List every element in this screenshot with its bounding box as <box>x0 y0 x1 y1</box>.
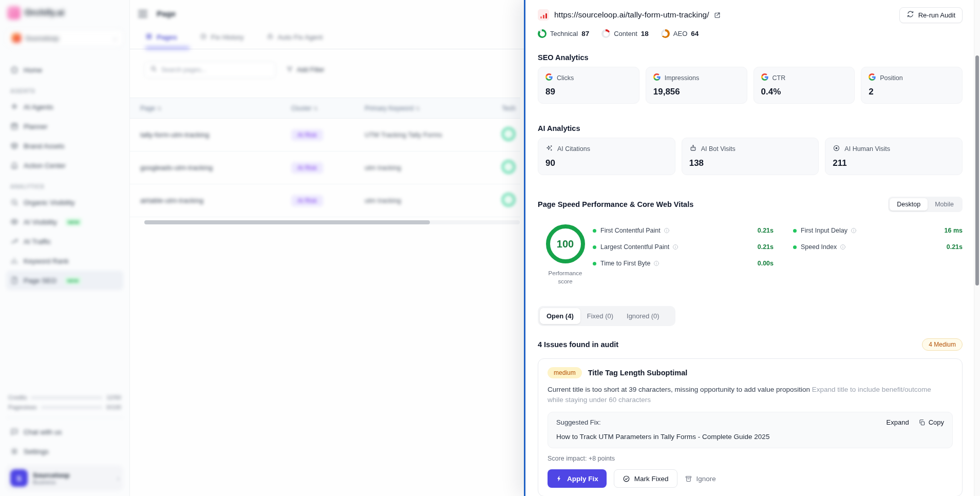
sidebar-item-page-seo[interactable]: Page SEO NEW <box>6 271 123 290</box>
ai-bot-visits-card: AI Bot Visits 138 <box>682 138 819 175</box>
site-favicon <box>538 9 549 21</box>
aeo-ring-icon <box>661 29 670 38</box>
workspace-selector[interactable]: Sourceloop ⌄ <box>6 29 123 47</box>
performance-score-label: Performance score <box>545 270 586 285</box>
table-row[interactable]: googleads-utm-tracking At Risk utm track… <box>130 151 520 184</box>
metric-value: 19,856 <box>653 87 740 97</box>
info-icon[interactable] <box>672 244 679 250</box>
tab-label: Pages <box>157 33 177 41</box>
content-ring-icon <box>601 29 610 38</box>
sidebar-item-label: Page SEO <box>24 277 56 284</box>
settings-button[interactable]: Settings <box>6 442 123 461</box>
vertical-scrollbar[interactable] <box>974 0 980 496</box>
chat-icon <box>10 428 18 436</box>
lightning-icon <box>556 475 563 482</box>
apply-fix-button[interactable]: Apply Fix <box>548 469 607 488</box>
column-header-tech[interactable]: Tech <box>502 105 515 112</box>
sidebar-item-planner[interactable]: Planner <box>6 117 123 136</box>
chat-with-us-button[interactable]: Chat with us <box>6 422 123 442</box>
eye-icon <box>10 218 18 226</box>
sidebar-item-home[interactable]: Home <box>6 60 123 80</box>
column-header-keyword[interactable]: Primary Keyword⇅ <box>365 105 420 112</box>
info-icon[interactable] <box>653 260 659 266</box>
column-header-cluster[interactable]: Cluster⇅ <box>291 105 318 112</box>
calendar-icon <box>10 122 18 130</box>
green-dot-icon <box>593 245 596 249</box>
metric-label: AI Human Visits <box>844 145 890 152</box>
footer-item-label: Settings <box>24 448 49 455</box>
cluster-badge: At Risk <box>291 162 323 174</box>
copy-icon <box>918 419 926 426</box>
rerun-audit-button[interactable]: Re-run Audit <box>899 7 963 23</box>
primary-keyword: UTM Tracking Tally Forms <box>365 131 442 139</box>
horizontal-scrollbar[interactable] <box>144 220 520 224</box>
workspace-name: Sourceloop <box>25 34 108 42</box>
gear-icon <box>10 447 18 455</box>
traffic-icon <box>10 237 18 245</box>
search-input[interactable] <box>161 66 270 73</box>
device-toggle: Desktop Mobile <box>888 197 963 212</box>
severity-badge: medium <box>548 367 582 378</box>
ai-analytics-heading: AI Analytics <box>538 124 963 132</box>
sidebar-item-organic-visibility[interactable]: Organic Visibility <box>6 193 123 212</box>
usage-value: 0/100 <box>106 404 121 410</box>
usage-progressbar <box>31 396 102 399</box>
metric-value: 0.4% <box>761 87 847 97</box>
tab-pages[interactable]: Pages <box>145 33 177 49</box>
info-icon[interactable] <box>840 244 846 250</box>
sidebar-item-label: Brand Assets <box>24 142 65 150</box>
search-pages-box[interactable] <box>144 62 276 78</box>
page-title: Page <box>157 9 176 18</box>
copy-button[interactable]: Copy <box>918 418 944 426</box>
tab-auto-fix-agent[interactable]: Auto Fix Agent <box>267 33 323 49</box>
expand-button[interactable]: Expand <box>887 418 909 426</box>
desktop-toggle[interactable]: Desktop <box>890 198 928 211</box>
tab-ignored[interactable]: Ignored (0) <box>620 308 666 324</box>
tab-open[interactable]: Open (4) <box>540 308 580 324</box>
sidebar-item-action-center[interactable]: Action Center <box>6 156 123 175</box>
tab-fix-history[interactable]: Fix History <box>200 33 244 49</box>
external-link-icon[interactable] <box>713 11 721 19</box>
sidebar-section-title: ANALYTICS <box>10 183 119 189</box>
menu-icon[interactable] <box>138 10 147 17</box>
sidebar-item-label: Home <box>24 66 42 74</box>
archive-icon <box>685 475 692 483</box>
metric-label: CTR <box>772 74 786 82</box>
target-icon <box>833 144 840 154</box>
green-dot-icon <box>793 245 797 249</box>
sidebar-item-ai-traffic[interactable]: AI Traffic <box>6 232 123 251</box>
metric-label: AI Bot Visits <box>701 145 736 152</box>
sidebar-item-brand-assets[interactable]: Brand Assets <box>6 136 123 156</box>
ai-cards: AI Citations 90 AI Bot Visits 138 AI Hum… <box>538 138 963 175</box>
tab-label: Fix History <box>211 33 244 41</box>
cluster-badge: At Risk <box>291 129 323 141</box>
sidebar-item-ai-visibility[interactable]: AI Visibility NEW <box>6 212 123 232</box>
scrollbar-thumb[interactable] <box>144 220 430 224</box>
info-icon[interactable] <box>851 227 857 234</box>
user-menu[interactable]: S Sourceloop Business › <box>6 465 123 491</box>
vital-fid: First Input Delay 16 ms <box>793 225 963 236</box>
sidebar-item-ai-agents[interactable]: AI Agents <box>6 97 123 117</box>
issue-card: medium Title Tag Length Suboptimal Curre… <box>538 358 963 496</box>
info-icon[interactable] <box>664 227 670 234</box>
mobile-toggle[interactable]: Mobile <box>928 198 961 211</box>
vital-speed-index: Speed Index 0.21s <box>793 242 963 252</box>
primary-keyword: utm tracking <box>365 197 401 204</box>
mark-fixed-button[interactable]: Mark Fixed <box>614 469 677 488</box>
sidebar-item-keyword-rank[interactable]: Keyword Rank <box>6 251 123 271</box>
tab-fixed[interactable]: Fixed (0) <box>580 308 620 324</box>
core-web-vitals: 100 Performance score First Contentful P… <box>538 224 963 285</box>
column-header-page[interactable]: Page⇅ <box>140 105 162 112</box>
table-row[interactable]: tally-form-utm-tracking At Risk UTM Trac… <box>130 119 520 151</box>
sidebar-item-label: AI Visibility <box>24 218 57 226</box>
issue-description: Current title is too short at 39 charact… <box>548 385 939 405</box>
add-filter-button[interactable]: Add Filter <box>286 66 325 74</box>
pages-table: Page⇅ Cluster⇅ Primary Keyword⇅ Tech tal… <box>130 98 520 217</box>
ignore-button[interactable]: Ignore <box>685 475 716 483</box>
scrollbar-thumb[interactable] <box>975 55 979 285</box>
table-row[interactable]: airtable-utm-tracking At Risk utm tracki… <box>130 184 520 217</box>
green-dot-icon <box>593 262 596 265</box>
suggested-fix-label: Suggested Fix: <box>556 418 601 426</box>
logo-icon <box>7 6 21 20</box>
audited-url: https://sourceloop.ai/tally-form-utm-tra… <box>554 10 709 20</box>
